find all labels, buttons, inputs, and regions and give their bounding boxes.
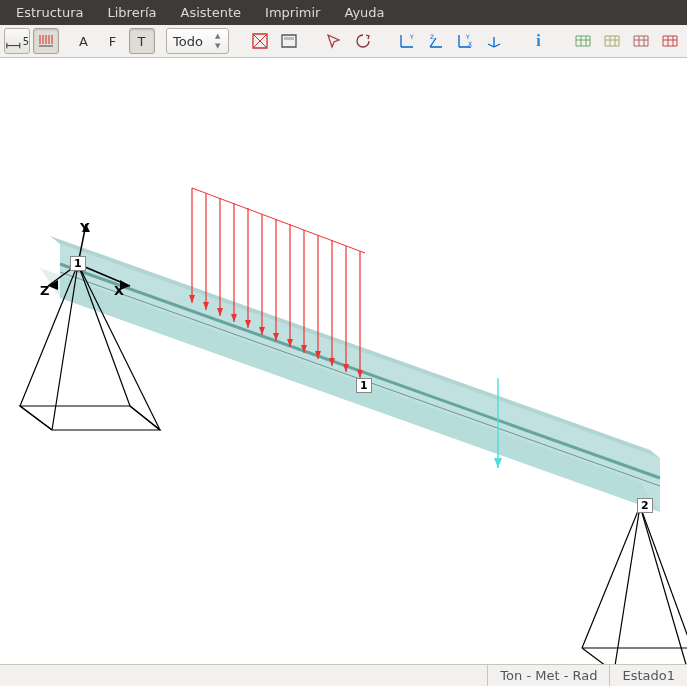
chevron-down-icon: ▼: [211, 41, 225, 51]
tool-select-box[interactable]: [247, 28, 273, 54]
tool-letter-f[interactable]: F: [100, 28, 126, 54]
menu-libreria[interactable]: Librería: [95, 1, 168, 24]
tool-loads-diagram[interactable]: [33, 28, 59, 54]
axis-label-z: Z: [40, 283, 49, 298]
chevron-up-icon: ▲: [211, 31, 225, 41]
tool-dimension-5-label: 5: [23, 36, 29, 47]
tool-table-4[interactable]: [657, 28, 683, 54]
tool-letter-a[interactable]: A: [71, 28, 97, 54]
filter-combo-value: Todo: [173, 34, 203, 49]
statusbar: Ton - Met - Rad Estado1: [0, 664, 687, 686]
tool-axes-3d[interactable]: [481, 28, 507, 54]
svg-marker-30: [494, 458, 502, 468]
menu-imprimir[interactable]: Imprimir: [253, 1, 332, 24]
menu-asistente[interactable]: Asistente: [169, 1, 253, 24]
svg-marker-13: [40, 268, 660, 512]
toolbar: 5 A F T Todo ▲ ▼ Y Z YX: [0, 25, 687, 58]
tool-table-1[interactable]: [570, 28, 596, 54]
menu-ayuda[interactable]: Ayuda: [332, 1, 396, 24]
info-icon: i: [536, 32, 540, 50]
support-right: [582, 506, 687, 672]
svg-rect-7: [576, 36, 590, 46]
tool-letter-t[interactable]: T: [129, 28, 155, 54]
svg-rect-9: [634, 36, 648, 46]
tool-table-3[interactable]: [628, 28, 654, 54]
tool-axes-zx[interactable]: Z: [423, 28, 449, 54]
menu-estructura[interactable]: Estructura: [4, 1, 95, 24]
tool-info[interactable]: i: [526, 28, 552, 54]
svg-marker-12: [50, 236, 660, 458]
svg-rect-2: [284, 37, 294, 40]
tool-window[interactable]: [276, 28, 302, 54]
tool-table-2[interactable]: [599, 28, 625, 54]
tool-cursor-3d[interactable]: [321, 28, 347, 54]
svg-text:Y: Y: [465, 33, 470, 40]
svg-text:Y: Y: [409, 33, 414, 40]
filter-combo[interactable]: Todo ▲ ▼: [166, 28, 229, 54]
status-state: Estado1: [609, 665, 687, 686]
svg-rect-10: [663, 36, 677, 46]
filter-combo-spinner[interactable]: ▲ ▼: [211, 31, 225, 51]
node-label-2: 2: [637, 498, 653, 513]
viewport-3d[interactable]: Y X Z 1 2 1: [0, 58, 687, 658]
svg-text:X: X: [468, 40, 472, 47]
tool-axes-xy[interactable]: Y: [394, 28, 420, 54]
svg-rect-8: [605, 36, 619, 46]
tool-dimension-5[interactable]: 5: [4, 28, 30, 54]
status-units: Ton - Met - Rad: [487, 665, 609, 686]
node-label-1: 1: [70, 256, 86, 271]
axis-label-x: X: [114, 283, 124, 298]
menubar: Estructura Librería Asistente Imprimir A…: [0, 0, 687, 25]
tool-axes-yx[interactable]: YX: [452, 28, 478, 54]
svg-text:Z: Z: [430, 33, 434, 40]
tool-rotate[interactable]: [350, 28, 376, 54]
axis-label-y: Y: [80, 220, 89, 235]
load-label-1: 1: [356, 378, 372, 393]
svg-rect-1: [282, 35, 296, 47]
